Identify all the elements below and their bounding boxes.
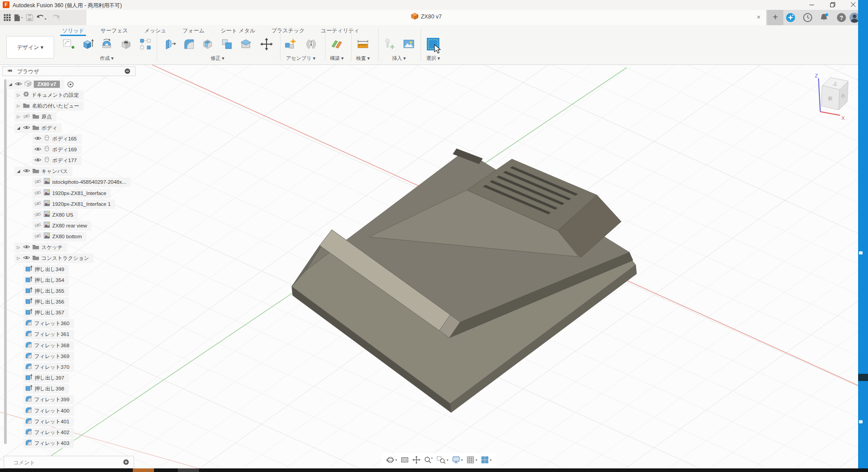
expander-open-icon[interactable]: ◢ xyxy=(16,126,21,130)
browser-tree-row[interactable]: フィレット399 xyxy=(23,395,74,404)
visibility-eye-off-icon[interactable] xyxy=(23,113,30,121)
browser-tree-row[interactable]: ZX80 bottom xyxy=(32,231,86,241)
new-component-icon[interactable] xyxy=(282,36,298,52)
ribbon-group-label[interactable]: 作成 ▾ xyxy=(100,55,114,62)
tree-item-label[interactable]: 押し出し349 xyxy=(35,266,64,273)
tree-item-label[interactable]: ボディ xyxy=(41,125,57,132)
shell-icon[interactable] xyxy=(200,36,216,52)
expander-open-icon[interactable]: ◢ xyxy=(8,82,13,86)
insert-fastener-icon[interactable] xyxy=(381,36,397,52)
browser-tree-row[interactable]: ▷ドキュメントの設定 xyxy=(14,90,83,100)
ribbon-tab-5[interactable]: プラスチック xyxy=(270,26,307,35)
help-icon[interactable]: ? xyxy=(836,12,847,23)
browser-tree-row[interactable]: ZX80 US xyxy=(32,210,78,220)
tree-item-label[interactable]: 押し出し354 xyxy=(35,277,64,284)
move-icon[interactable] xyxy=(258,36,275,52)
job-status-icon[interactable] xyxy=(802,12,813,23)
tree-item-label[interactable]: 押し出し356 xyxy=(35,299,64,305)
browser-tree-row[interactable]: フィレット400 xyxy=(23,406,74,416)
tab-close-icon[interactable]: × xyxy=(755,13,763,21)
minimize-button[interactable] xyxy=(804,0,819,10)
tree-item-label[interactable]: フィレット369 xyxy=(34,353,69,360)
ribbon-group-label[interactable]: 挿入 ▾ xyxy=(392,55,406,62)
tree-item-label[interactable]: istockphoto-458540297-2048x... xyxy=(52,179,126,185)
visibility-eye-icon[interactable] xyxy=(23,243,30,251)
tree-item-label[interactable]: 押し出し397 xyxy=(35,375,64,381)
viewports-icon[interactable]: ▾ xyxy=(481,456,492,464)
split-icon[interactable] xyxy=(238,36,254,52)
browser-tree-row[interactable]: istockphoto-458540297-2048x... xyxy=(32,177,131,187)
document-tab-active[interactable]: ZX80 v7 × xyxy=(86,10,767,25)
tree-item-label[interactable]: ボディ169 xyxy=(52,146,77,153)
tree-item-label[interactable]: フィレット399 xyxy=(34,396,69,403)
orbit-icon[interactable]: ▾ xyxy=(386,456,397,464)
expander-open-icon[interactable]: ◢ xyxy=(16,169,21,173)
visibility-eye-icon[interactable] xyxy=(34,145,41,154)
ribbon-tab-1[interactable]: サーフェス xyxy=(99,26,130,35)
tree-item-label[interactable]: スケッチ xyxy=(41,244,63,251)
browser-tree-row[interactable]: 押し出し349 xyxy=(23,264,69,274)
tree-item-label[interactable]: フィレット400 xyxy=(34,408,69,414)
tree-item-label[interactable]: フィレット368 xyxy=(34,342,69,349)
visibility-eye-off-icon[interactable] xyxy=(34,211,41,219)
tree-item-label[interactable]: フィレット401 xyxy=(34,418,69,425)
tree-item-label[interactable]: ZX80 rear view xyxy=(52,223,87,228)
file-new-icon[interactable] xyxy=(14,14,23,22)
visibility-eye-off-icon[interactable] xyxy=(34,189,41,197)
expander-closed-icon[interactable]: ▷ xyxy=(16,114,21,119)
tree-item-label[interactable]: キャンバス xyxy=(41,168,68,175)
browser-tree-row[interactable]: ZX80 rear view xyxy=(32,221,91,231)
ribbon-group-label[interactable]: 選択 ▾ xyxy=(426,55,440,62)
browser-tree-row[interactable]: フィレット403 xyxy=(23,438,74,448)
undo-icon[interactable] xyxy=(36,14,47,21)
redo-icon[interactable] xyxy=(50,14,60,21)
browser-tree-row[interactable]: フィレット369 xyxy=(23,351,74,361)
look-at-icon[interactable] xyxy=(401,456,409,464)
expander-closed-icon[interactable]: ▷ xyxy=(16,104,21,108)
expander-closed-icon[interactable]: ▷ xyxy=(16,256,21,260)
joint-icon[interactable] xyxy=(303,36,319,52)
tree-item-label[interactable]: ボディ177 xyxy=(52,157,77,164)
visibility-eye-icon[interactable] xyxy=(34,156,41,164)
zx80-model[interactable] xyxy=(292,149,637,413)
tree-item-label[interactable]: 押し出し355 xyxy=(35,288,64,295)
browser-collapse-icon[interactable]: ◀◀ xyxy=(7,68,11,73)
ribbon-tab-3[interactable]: フォーム xyxy=(181,26,206,35)
display-settings-icon[interactable]: ▾ xyxy=(452,456,463,464)
browser-tree-row[interactable]: フィレット360 xyxy=(23,318,74,328)
workspace-selector[interactable]: デザイン ▾ xyxy=(6,36,54,59)
browser-tree-row[interactable]: ボディ177 xyxy=(32,155,81,165)
browser-tree-row[interactable]: フィレット402 xyxy=(23,427,74,437)
browser-tree-row[interactable]: 押し出し357 xyxy=(23,308,69,318)
browser-tree-row[interactable]: 押し出し356 xyxy=(23,297,69,307)
viewport-canvas[interactable]: ZX上前右 xyxy=(0,64,868,468)
view-cube[interactable]: ZX上前右 xyxy=(815,73,848,121)
tree-item-label[interactable]: 1920px-ZX81_Interface 1 xyxy=(52,201,111,207)
extrude-icon[interactable] xyxy=(80,36,96,52)
visibility-eye-off-icon[interactable] xyxy=(34,222,41,230)
measure-icon[interactable] xyxy=(355,36,371,52)
ribbon-tab-2[interactable]: メッシュ xyxy=(142,26,168,35)
combine-icon[interactable] xyxy=(219,36,235,52)
visibility-eye-icon[interactable] xyxy=(15,80,22,88)
new-tab-button[interactable]: + xyxy=(767,10,783,25)
browser-tree-row[interactable]: 押し出し397 xyxy=(23,373,69,383)
tree-item-label[interactable]: ZX80 bottom xyxy=(52,234,82,239)
3d-viewport[interactable]: ZX上前右 xyxy=(0,64,868,468)
ribbon-tab-solid[interactable]: ソリッド xyxy=(60,26,86,35)
tree-item-label[interactable]: 原点 xyxy=(41,113,52,120)
visibility-eye-icon[interactable] xyxy=(23,254,30,262)
ribbon-tab-4[interactable]: シート メタル xyxy=(219,26,257,35)
ribbon-group-label[interactable]: アセンブリ ▾ xyxy=(286,55,316,62)
restore-button[interactable] xyxy=(825,0,840,10)
browser-tree-row[interactable]: ▷原点 xyxy=(14,112,56,122)
add-comment-icon[interactable] xyxy=(123,459,129,467)
browser-tree-row[interactable]: 1920px-ZX81_Interface xyxy=(32,188,111,198)
browser-tree-row[interactable]: ▷名前の付いたビュー xyxy=(14,101,84,111)
browser-tree-row[interactable]: ボディ169 xyxy=(32,145,81,154)
tree-item-label[interactable]: ボディ165 xyxy=(52,136,77,142)
pan-icon[interactable] xyxy=(412,456,420,464)
browser-tree-row[interactable]: 押し出し398 xyxy=(23,384,69,394)
press-pull-icon[interactable] xyxy=(162,36,178,52)
notifications-icon[interactable] xyxy=(819,12,830,23)
